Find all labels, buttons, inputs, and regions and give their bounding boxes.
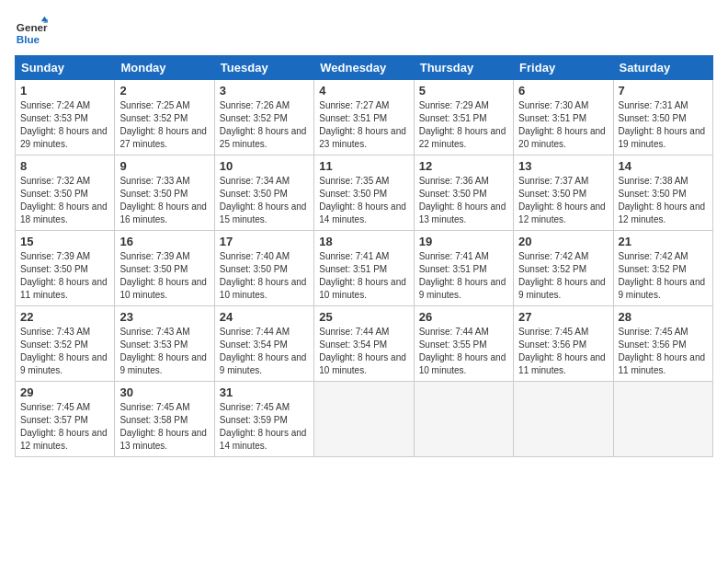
- calendar-cell: 2Sunrise: 7:25 AMSunset: 3:52 PMDaylight…: [115, 80, 214, 155]
- calendar-cell: 12Sunrise: 7:36 AMSunset: 3:50 PMDayligh…: [414, 155, 513, 231]
- day-info: Sunrise: 7:25 AMSunset: 3:52 PMDaylight:…: [119, 99, 209, 151]
- day-number: 2: [119, 84, 209, 98]
- page-header: General Blue: [15, 15, 713, 48]
- column-header-thursday: Thursday: [414, 56, 513, 80]
- logo: General Blue: [15, 15, 48, 48]
- day-info: Sunrise: 7:33 AMSunset: 3:50 PMDaylight:…: [119, 175, 209, 226]
- day-info: Sunrise: 7:43 AMSunset: 3:52 PMDaylight:…: [20, 326, 109, 377]
- day-info: Sunrise: 7:32 AMSunset: 3:50 PMDaylight:…: [20, 175, 109, 226]
- day-info: Sunrise: 7:36 AMSunset: 3:50 PMDaylight:…: [419, 175, 508, 226]
- day-number: 16: [119, 235, 209, 248]
- calendar-week-2: 8Sunrise: 7:32 AMSunset: 3:50 PMDaylight…: [16, 155, 713, 231]
- calendar-cell: 23Sunrise: 7:43 AMSunset: 3:53 PMDayligh…: [115, 306, 214, 382]
- day-info: Sunrise: 7:44 AMSunset: 3:54 PMDaylight:…: [319, 326, 408, 377]
- day-number: 24: [220, 310, 309, 324]
- day-number: 3: [220, 84, 309, 98]
- day-info: Sunrise: 7:45 AMSunset: 3:58 PMDaylight:…: [119, 401, 209, 453]
- day-number: 1: [20, 84, 109, 98]
- day-number: 25: [319, 310, 408, 324]
- day-number: 18: [319, 235, 408, 248]
- day-info: Sunrise: 7:39 AMSunset: 3:50 PMDaylight:…: [119, 250, 209, 302]
- svg-text:Blue: Blue: [17, 33, 40, 45]
- day-number: 17: [220, 235, 309, 248]
- calendar-cell: 3Sunrise: 7:26 AMSunset: 3:52 PMDaylight…: [214, 80, 313, 155]
- calendar-week-3: 15Sunrise: 7:39 AMSunset: 3:50 PMDayligh…: [16, 231, 713, 306]
- calendar-cell: 1Sunrise: 7:24 AMSunset: 3:53 PMDaylight…: [16, 80, 115, 155]
- day-info: Sunrise: 7:26 AMSunset: 3:52 PMDaylight:…: [220, 99, 309, 151]
- calendar-cell: 6Sunrise: 7:30 AMSunset: 3:51 PMDaylight…: [514, 80, 613, 155]
- day-number: 27: [518, 310, 608, 324]
- day-info: Sunrise: 7:42 AMSunset: 3:52 PMDaylight:…: [518, 250, 608, 302]
- day-info: Sunrise: 7:31 AMSunset: 3:50 PMDaylight:…: [619, 99, 708, 151]
- day-info: Sunrise: 7:44 AMSunset: 3:54 PMDaylight:…: [220, 326, 309, 377]
- day-info: Sunrise: 7:45 AMSunset: 3:57 PMDaylight:…: [20, 401, 109, 453]
- calendar-cell: 27Sunrise: 7:45 AMSunset: 3:56 PMDayligh…: [514, 306, 613, 382]
- calendar-cell: 18Sunrise: 7:41 AMSunset: 3:51 PMDayligh…: [314, 231, 414, 306]
- column-header-tuesday: Tuesday: [214, 56, 313, 80]
- calendar-cell: 9Sunrise: 7:33 AMSunset: 3:50 PMDaylight…: [115, 155, 214, 231]
- day-info: Sunrise: 7:35 AMSunset: 3:50 PMDaylight:…: [319, 175, 408, 226]
- calendar-cell: 29Sunrise: 7:45 AMSunset: 3:57 PMDayligh…: [16, 382, 115, 457]
- day-number: 20: [518, 235, 608, 248]
- calendar-cell: 25Sunrise: 7:44 AMSunset: 3:54 PMDayligh…: [314, 306, 414, 382]
- day-number: 7: [619, 84, 708, 98]
- calendar-cell: 8Sunrise: 7:32 AMSunset: 3:50 PMDaylight…: [16, 155, 115, 231]
- day-number: 30: [119, 385, 209, 399]
- calendar-cell: 10Sunrise: 7:34 AMSunset: 3:50 PMDayligh…: [214, 155, 313, 231]
- day-info: Sunrise: 7:45 AMSunset: 3:56 PMDaylight:…: [518, 326, 608, 377]
- day-info: Sunrise: 7:45 AMSunset: 3:59 PMDaylight:…: [220, 401, 309, 453]
- day-info: Sunrise: 7:38 AMSunset: 3:50 PMDaylight:…: [619, 175, 708, 226]
- calendar-cell: 16Sunrise: 7:39 AMSunset: 3:50 PMDayligh…: [115, 231, 214, 306]
- calendar-cell: 30Sunrise: 7:45 AMSunset: 3:58 PMDayligh…: [115, 382, 214, 457]
- calendar-cell: [314, 382, 414, 457]
- day-info: Sunrise: 7:39 AMSunset: 3:50 PMDaylight:…: [20, 250, 109, 302]
- column-header-sunday: Sunday: [16, 56, 115, 80]
- logo-icon: General Blue: [15, 15, 48, 48]
- calendar-week-4: 22Sunrise: 7:43 AMSunset: 3:52 PMDayligh…: [16, 306, 713, 382]
- calendar-table: SundayMondayTuesdayWednesdayThursdayFrid…: [15, 55, 713, 457]
- column-header-friday: Friday: [514, 56, 613, 80]
- day-number: 23: [119, 310, 209, 324]
- calendar-cell: 28Sunrise: 7:45 AMSunset: 3:56 PMDayligh…: [613, 306, 712, 382]
- day-info: Sunrise: 7:41 AMSunset: 3:51 PMDaylight:…: [419, 250, 508, 302]
- calendar-cell: 31Sunrise: 7:45 AMSunset: 3:59 PMDayligh…: [214, 382, 313, 457]
- day-number: 31: [220, 385, 309, 399]
- day-info: Sunrise: 7:29 AMSunset: 3:51 PMDaylight:…: [419, 99, 508, 151]
- day-number: 29: [20, 385, 109, 399]
- day-info: Sunrise: 7:27 AMSunset: 3:51 PMDaylight:…: [319, 99, 408, 151]
- calendar-week-5: 29Sunrise: 7:45 AMSunset: 3:57 PMDayligh…: [16, 382, 713, 457]
- day-number: 6: [518, 84, 608, 98]
- day-number: 19: [419, 235, 508, 248]
- day-number: 5: [419, 84, 508, 98]
- day-info: Sunrise: 7:30 AMSunset: 3:51 PMDaylight:…: [518, 99, 608, 151]
- day-number: 28: [619, 310, 708, 324]
- day-info: Sunrise: 7:37 AMSunset: 3:50 PMDaylight:…: [518, 175, 608, 226]
- day-info: Sunrise: 7:42 AMSunset: 3:52 PMDaylight:…: [619, 250, 708, 302]
- calendar-cell: 13Sunrise: 7:37 AMSunset: 3:50 PMDayligh…: [514, 155, 613, 231]
- calendar-cell: 22Sunrise: 7:43 AMSunset: 3:52 PMDayligh…: [16, 306, 115, 382]
- day-info: Sunrise: 7:44 AMSunset: 3:55 PMDaylight:…: [419, 326, 508, 377]
- day-number: 8: [20, 159, 109, 173]
- calendar-cell: 11Sunrise: 7:35 AMSunset: 3:50 PMDayligh…: [314, 155, 414, 231]
- day-number: 11: [319, 159, 408, 173]
- day-number: 4: [319, 84, 408, 98]
- calendar-cell: [514, 382, 613, 457]
- calendar-cell: 26Sunrise: 7:44 AMSunset: 3:55 PMDayligh…: [414, 306, 513, 382]
- calendar-cell: 19Sunrise: 7:41 AMSunset: 3:51 PMDayligh…: [414, 231, 513, 306]
- calendar-cell: [414, 382, 513, 457]
- calendar-cell: 15Sunrise: 7:39 AMSunset: 3:50 PMDayligh…: [16, 231, 115, 306]
- calendar-cell: 5Sunrise: 7:29 AMSunset: 3:51 PMDaylight…: [414, 80, 513, 155]
- column-header-saturday: Saturday: [613, 56, 712, 80]
- calendar-cell: 20Sunrise: 7:42 AMSunset: 3:52 PMDayligh…: [514, 231, 613, 306]
- calendar-cell: 7Sunrise: 7:31 AMSunset: 3:50 PMDaylight…: [613, 80, 712, 155]
- day-number: 21: [619, 235, 708, 248]
- day-number: 9: [119, 159, 209, 173]
- calendar-week-1: 1Sunrise: 7:24 AMSunset: 3:53 PMDaylight…: [16, 80, 713, 155]
- day-number: 14: [619, 159, 708, 173]
- column-header-wednesday: Wednesday: [314, 56, 414, 80]
- calendar-cell: 24Sunrise: 7:44 AMSunset: 3:54 PMDayligh…: [214, 306, 313, 382]
- day-number: 15: [20, 235, 109, 248]
- calendar-cell: 14Sunrise: 7:38 AMSunset: 3:50 PMDayligh…: [613, 155, 712, 231]
- day-number: 13: [518, 159, 608, 173]
- day-info: Sunrise: 7:40 AMSunset: 3:50 PMDaylight:…: [220, 250, 309, 302]
